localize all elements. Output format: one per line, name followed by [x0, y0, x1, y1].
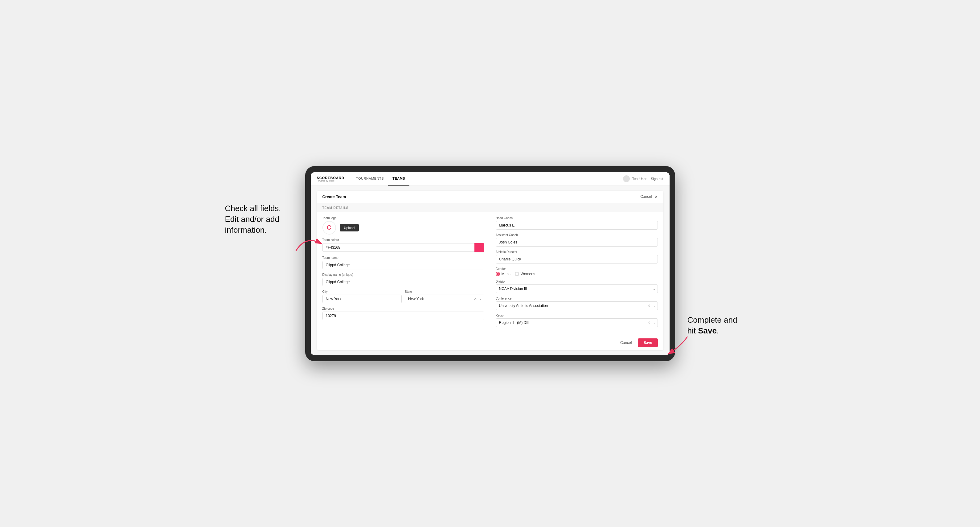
form-body: Team logo C Upload Team colo [317, 212, 663, 335]
display-name-input[interactable] [323, 278, 484, 286]
annotation-end: . [717, 326, 719, 335]
team-colour-label: Team colour [323, 238, 484, 241]
state-label: State [405, 290, 484, 294]
city-state-row: City State ✕ ⌄ [323, 290, 484, 303]
athletic-director-input[interactable] [496, 255, 658, 264]
division-group: Division NCAA Division III ⌄ [496, 280, 658, 293]
display-name-label: Display name (unique) [323, 273, 484, 276]
user-label: Test User | [632, 177, 648, 181]
nav-teams[interactable]: TEAMS [388, 172, 409, 186]
gender-mens-option[interactable]: Mens [496, 272, 511, 276]
footer-save-button[interactable]: Save [638, 338, 657, 347]
user-avatar [623, 175, 630, 182]
state-arrow-icon[interactable]: ⌄ [479, 297, 482, 300]
assistant-coach-group: Assistant Coach [496, 233, 658, 246]
color-field-wrapper [323, 243, 484, 252]
state-clear-icon[interactable]: ✕ [474, 297, 477, 301]
arrow-right [663, 333, 690, 358]
conference-input[interactable] [496, 302, 658, 310]
gender-mens-radio[interactable] [496, 272, 500, 276]
logo-subtitle: Powered by clippd [317, 180, 344, 182]
conference-label: Conference [496, 297, 658, 300]
nav-links: TOURNAMENTS TEAMS [352, 172, 623, 186]
close-icon: ✕ [654, 194, 658, 199]
gender-mens-label: Mens [501, 272, 511, 276]
division-label: Division [496, 280, 658, 283]
team-name-label: Team name [323, 256, 484, 259]
team-name-input[interactable] [323, 261, 484, 269]
region-select-wrapper: ✕ ⌄ [496, 318, 658, 327]
assistant-coach-label: Assistant Coach [496, 233, 658, 237]
state-input[interactable] [405, 295, 484, 303]
city-label: City [323, 290, 402, 294]
logo-title: SCOREBOARD [317, 176, 344, 180]
form-left: Team logo C Upload Team colo [317, 212, 490, 335]
annotation-line3: information. [225, 225, 267, 235]
gender-womens-label: Womens [521, 272, 535, 276]
zip-input[interactable] [323, 311, 484, 320]
section-label: TEAM DETAILS [317, 203, 663, 212]
region-group: Region ✕ ⌄ [496, 314, 658, 327]
footer-cancel-button[interactable]: Cancel [617, 339, 635, 347]
team-logo-group: Team logo C Upload [323, 216, 484, 235]
city-group: City [323, 290, 402, 303]
region-label: Region [496, 314, 658, 317]
panel-header: Create Team Cancel ✕ [317, 191, 663, 203]
nav-tournaments[interactable]: TOURNAMENTS [352, 172, 388, 186]
annotation-line2: Edit and/or add [225, 214, 279, 224]
cancel-header-label: Cancel [640, 194, 652, 199]
logo-circle: C [323, 221, 336, 235]
main-content: Create Team Cancel ✕ TEAM DETAILS [311, 186, 670, 355]
team-name-group: Team name [323, 256, 484, 269]
conference-arrow-icon[interactable]: ⌄ [653, 304, 655, 307]
create-team-panel: Create Team Cancel ✕ TEAM DETAILS [317, 191, 663, 350]
conference-clear-icon[interactable]: ✕ [648, 303, 651, 308]
team-colour-group: Team colour [323, 238, 484, 252]
panel-title: Create Team [323, 194, 346, 199]
region-clear-icon[interactable]: ✕ [648, 321, 651, 325]
annotation-left: Check all fields. Edit and/or add inform… [225, 203, 296, 235]
gender-row: Mens Womens [496, 272, 658, 276]
color-swatch[interactable] [474, 243, 484, 252]
gender-womens-radio[interactable] [515, 272, 519, 276]
head-coach-label: Head Coach [496, 216, 658, 220]
team-logo-area: C Upload [323, 221, 484, 235]
gender-group: Gender Mens Womens [496, 267, 658, 276]
athletic-director-group: Athletic Director [496, 250, 658, 264]
logo-area: SCOREBOARD Powered by clippd [317, 176, 344, 182]
arrow-left [293, 232, 324, 254]
panel-footer: Cancel Save [317, 335, 663, 350]
form-right: Head Coach Assistant Coach Athletic Dire… [490, 212, 663, 335]
cancel-header-button[interactable]: Cancel ✕ [640, 194, 657, 199]
state-select-wrapper: ✕ ⌄ [405, 295, 484, 303]
sign-out-link[interactable]: Sign out [651, 177, 663, 181]
conference-group: Conference ✕ ⌄ [496, 297, 658, 310]
head-coach-input[interactable] [496, 221, 658, 230]
gender-womens-option[interactable]: Womens [515, 272, 535, 276]
logo-letter: C [327, 224, 331, 231]
team-colour-input[interactable] [323, 243, 474, 252]
gender-label: Gender [496, 267, 658, 271]
annotation-right: Complete and hit Save. [687, 315, 761, 336]
zip-group: Zip code [323, 307, 484, 320]
annotation-line1: Check all fields. [225, 204, 281, 213]
region-input[interactable] [496, 318, 658, 327]
city-input[interactable] [323, 295, 402, 303]
division-select-wrapper: NCAA Division III ⌄ [496, 284, 658, 293]
annotation-right-line1: Complete and [687, 315, 737, 324]
navbar: SCOREBOARD Powered by clippd TOURNAMENTS… [311, 172, 670, 186]
team-logo-label: Team logo [323, 216, 484, 220]
zip-label: Zip code [323, 307, 484, 310]
page-wrapper: Check all fields. Edit and/or add inform… [305, 166, 675, 361]
tablet-screen: SCOREBOARD Powered by clippd TOURNAMENTS… [311, 172, 670, 355]
display-name-group: Display name (unique) [323, 273, 484, 286]
athletic-director-label: Athletic Director [496, 250, 658, 254]
head-coach-group: Head Coach [496, 216, 658, 230]
tablet-frame: SCOREBOARD Powered by clippd TOURNAMENTS… [305, 166, 675, 361]
division-select[interactable]: NCAA Division III [496, 284, 658, 293]
nav-right: Test User | Sign out [623, 175, 663, 182]
region-arrow-icon[interactable]: ⌄ [653, 321, 655, 324]
conference-select-wrapper: ✕ ⌄ [496, 302, 658, 310]
assistant-coach-input[interactable] [496, 238, 658, 246]
upload-button[interactable]: Upload [340, 224, 359, 232]
